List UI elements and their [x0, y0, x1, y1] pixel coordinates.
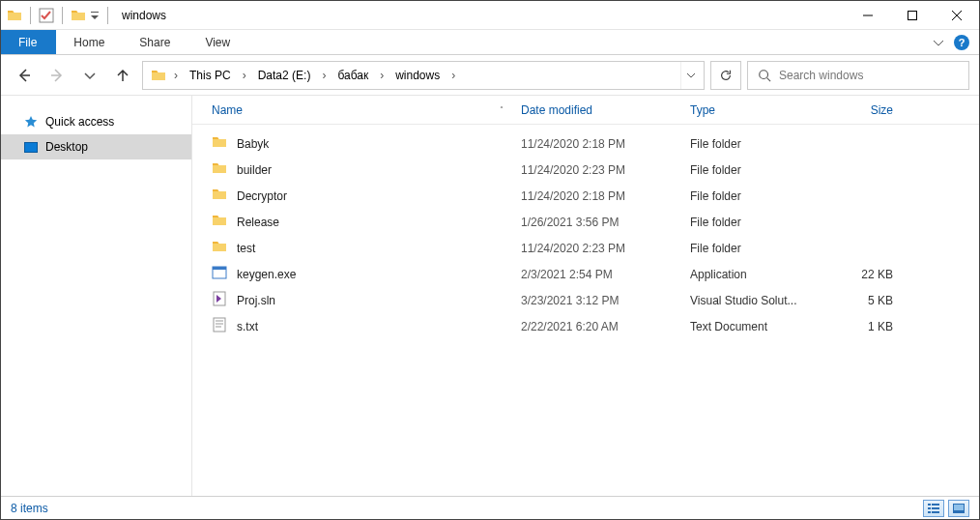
view-large-icons-button[interactable]	[948, 500, 969, 517]
status-items: 8 items	[11, 502, 48, 515]
tab-home[interactable]: Home	[56, 30, 122, 54]
column-header-size[interactable]: Size	[835, 103, 912, 117]
file-row[interactable]: builder11/24/2020 2:23 PMFile folder	[192, 157, 979, 183]
checkbox-icon[interactable]	[39, 8, 54, 23]
file-date: 2/22/2021 6:20 AM	[521, 320, 690, 333]
txt-icon	[212, 317, 227, 335]
body: Quick access Desktop Name ˄ Date modifie…	[1, 96, 979, 496]
nav-up-button[interactable]	[109, 61, 136, 90]
nav-recent-button[interactable]	[76, 61, 103, 90]
chevron-right-icon[interactable]: ›	[239, 69, 250, 82]
breadcrumb[interactable]: Data2 (E:)	[252, 62, 317, 89]
svg-rect-12	[928, 511, 931, 513]
tab-share[interactable]: Share	[122, 30, 187, 54]
desktop-icon	[24, 142, 38, 153]
column-header-date[interactable]: Date modified	[521, 103, 690, 117]
breadcrumb[interactable]: бабак	[331, 62, 374, 89]
svg-rect-8	[928, 504, 931, 506]
folder-icon	[212, 239, 227, 257]
file-list-pane: Name ˄ Date modified Type Size Babyk11/2…	[192, 96, 979, 496]
status-bar: 8 items	[1, 496, 979, 519]
svg-rect-5	[213, 267, 226, 270]
search-input[interactable]: Search windows	[747, 61, 969, 90]
minimize-button[interactable]	[846, 1, 890, 30]
folder-icon	[212, 134, 227, 153]
chevron-right-icon[interactable]: ›	[376, 69, 388, 82]
file-date: 2/3/2021 2:54 PM	[521, 268, 690, 281]
exe-icon	[212, 265, 227, 283]
close-button[interactable]	[935, 1, 979, 30]
file-size: 1 KB	[835, 320, 912, 333]
file-row[interactable]: Proj.sln3/23/2021 3:12 PMVisual Studio S…	[192, 287, 979, 313]
details-view-icon	[928, 504, 939, 513]
sidebar-item-desktop[interactable]: Desktop	[1, 134, 191, 159]
tab-view[interactable]: View	[187, 30, 247, 54]
sort-asc-icon: ˄	[500, 105, 504, 114]
file-row[interactable]: Release1/26/2021 3:56 PMFile folder	[192, 209, 979, 235]
qat-dropdown-icon[interactable]	[90, 8, 100, 23]
refresh-icon	[719, 69, 733, 82]
file-size: 22 KB	[835, 268, 912, 281]
nav-back-button[interactable]	[11, 61, 38, 90]
file-name: Babyk	[237, 137, 269, 151]
file-name: test	[237, 242, 255, 255]
file-row[interactable]: keygen.exe2/3/2021 2:54 PMApplication22 …	[192, 261, 979, 287]
folder-icon	[212, 160, 227, 179]
help-button[interactable]: ?	[954, 35, 969, 50]
file-type: File folder	[690, 242, 835, 255]
file-tab[interactable]: File	[1, 30, 56, 54]
file-row[interactable]: Babyk11/24/2020 2:18 PMFile folder	[192, 130, 979, 157]
file-type: Application	[690, 268, 835, 281]
nav-forward-button[interactable]	[43, 61, 71, 90]
nav-row: › This PC › Data2 (E:) › бабак › windows…	[1, 55, 979, 96]
file-date: 11/24/2020 2:23 PM	[521, 242, 690, 255]
svg-rect-10	[928, 507, 931, 509]
title-bar: windows	[1, 1, 979, 30]
maximize-button[interactable]	[890, 1, 935, 30]
ribbon-right: ?	[933, 30, 979, 54]
file-name: Proj.sln	[237, 294, 275, 307]
address-bar-end	[680, 62, 700, 89]
svg-rect-15	[954, 505, 964, 510]
svg-rect-1	[91, 12, 99, 13]
svg-rect-9	[932, 504, 939, 506]
address-dropdown-button[interactable]	[680, 62, 700, 89]
separator	[62, 7, 63, 24]
view-details-button[interactable]	[923, 500, 944, 517]
file-date: 1/26/2021 3:56 PM	[521, 216, 690, 229]
search-icon	[758, 69, 771, 82]
address-bar[interactable]: › This PC › Data2 (E:) › бабак › windows…	[142, 61, 705, 90]
file-size: 5 KB	[835, 294, 912, 307]
svg-rect-13	[932, 511, 939, 513]
sidebar-item-quick-access[interactable]: Quick access	[1, 109, 191, 134]
file-type: File folder	[690, 216, 835, 229]
window-controls	[846, 1, 979, 30]
column-header-type[interactable]: Type	[690, 103, 835, 117]
column-headers: Name ˄ Date modified Type Size	[192, 96, 979, 125]
file-date: 3/23/2021 3:12 PM	[521, 294, 690, 307]
title-bar-left	[1, 7, 112, 24]
sidebar: Quick access Desktop	[1, 96, 192, 496]
file-name: Decryptor	[237, 189, 287, 203]
file-rows: Babyk11/24/2020 2:18 PMFile folderbuilde…	[192, 125, 979, 496]
window-title: windows	[112, 9, 166, 22]
file-row[interactable]: Decryptor11/24/2020 2:18 PMFile folder	[192, 183, 979, 209]
file-row[interactable]: s.txt2/22/2021 6:20 AMText Document1 KB	[192, 313, 979, 339]
file-row[interactable]: test11/24/2020 2:23 PMFile folder	[192, 235, 979, 261]
chevron-down-icon[interactable]	[933, 37, 944, 48]
folder-icon	[7, 8, 22, 23]
chevron-right-icon[interactable]: ›	[170, 69, 182, 82]
breadcrumb[interactable]: windows	[389, 62, 446, 89]
refresh-button[interactable]	[710, 61, 741, 90]
star-icon	[24, 115, 38, 129]
column-header-name[interactable]: Name ˄	[212, 103, 521, 117]
status-right	[923, 500, 969, 517]
file-type: File folder	[690, 137, 835, 151]
file-name: keygen.exe	[237, 268, 296, 281]
file-type: File folder	[690, 189, 835, 203]
file-date: 11/24/2020 2:18 PM	[521, 137, 690, 151]
chevron-right-icon[interactable]: ›	[447, 69, 459, 82]
sidebar-item-label: Desktop	[45, 140, 88, 154]
chevron-right-icon[interactable]: ›	[318, 69, 330, 82]
breadcrumb[interactable]: This PC	[184, 62, 237, 89]
